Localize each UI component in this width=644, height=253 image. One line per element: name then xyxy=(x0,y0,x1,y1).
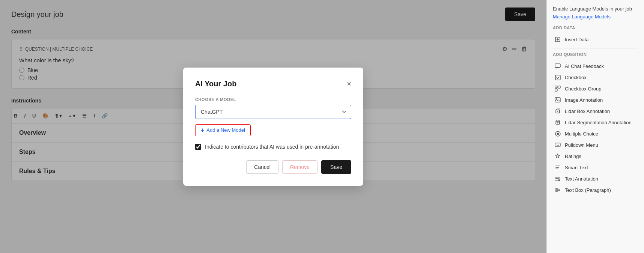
sidebar-item-lidar-box[interactable]: Lidar Box Annotation xyxy=(553,105,638,117)
insert-data-label: Insert Data xyxy=(565,37,589,42)
smart-text-icon xyxy=(554,164,561,171)
ai-indicator-checkbox[interactable] xyxy=(195,144,201,150)
svg-point-14 xyxy=(557,133,559,135)
text-annotation-icon xyxy=(554,175,561,182)
text-annotation-label: Text Annotation xyxy=(565,176,598,182)
checkbox-label: Checkbox xyxy=(565,75,587,80)
modal-title: AI Your Job xyxy=(195,80,236,88)
right-sidebar: Enable Language Models in your job Manag… xyxy=(546,0,644,253)
cancel-button[interactable]: Cancel xyxy=(246,160,278,174)
text-box-icon xyxy=(554,187,561,193)
svg-rect-3 xyxy=(555,64,560,68)
ratings-icon xyxy=(554,153,561,160)
text-box-label: Text Box (Paragraph) xyxy=(565,187,611,193)
checkbox-group-icon xyxy=(554,85,561,92)
model-select[interactable]: ChatGPT GPT-4 Claude xyxy=(195,105,351,119)
chat-icon xyxy=(554,63,561,69)
ai-indicator-row: Indicate to contributors that AI was use… xyxy=(195,144,351,150)
pulldown-icon xyxy=(554,142,561,148)
svg-rect-16 xyxy=(558,179,560,181)
ai-chat-feedback-label: AI Chat Feedback xyxy=(565,63,604,69)
add-model-button[interactable]: + Add a New Model xyxy=(195,124,251,136)
checkbox-icon xyxy=(554,74,561,81)
insert-data-item[interactable]: Insert Data xyxy=(553,34,638,45)
sidebar-item-checkbox-group[interactable]: Checkbox Group xyxy=(553,83,638,94)
ratings-label: Ratings xyxy=(565,154,581,159)
insert-data-icon xyxy=(554,36,561,43)
add-data-title: ADD DATA xyxy=(553,26,638,30)
remove-button[interactable]: Remove xyxy=(282,160,317,174)
sidebar-item-lidar-segmentation[interactable]: Lidar Segmentation Annotation xyxy=(553,117,638,128)
lidar-box-icon xyxy=(554,108,561,114)
svg-point-11 xyxy=(557,111,558,112)
sidebar-top-text: Enable Language Models in your job xyxy=(553,6,638,12)
sidebar-item-multiple-choice[interactable]: Multiple Choice xyxy=(553,128,638,139)
sidebar-item-ratings[interactable]: Ratings xyxy=(553,151,638,162)
sidebar-item-image-annotation[interactable]: Image Annotation xyxy=(553,94,638,105)
multiple-choice-label: Multiple Choice xyxy=(565,131,598,137)
sidebar-item-checkbox[interactable]: Checkbox xyxy=(553,72,638,83)
image-annotation-label: Image Annotation xyxy=(565,97,603,103)
svg-rect-7 xyxy=(555,89,557,91)
modal-close-button[interactable]: × xyxy=(347,80,351,87)
ai-job-modal: AI Your Job × CHOOSE A MODEL ChatGPT GPT… xyxy=(183,68,363,186)
ai-indicator-label: Indicate to contributors that AI was use… xyxy=(205,144,339,150)
smart-text-label: Smart Text xyxy=(565,165,588,170)
sidebar-divider xyxy=(553,48,638,48)
manage-language-models-link[interactable]: Manage Language Models xyxy=(553,14,638,20)
add-question-title: ADD QUESTION xyxy=(553,52,638,57)
sidebar-item-smart-text[interactable]: Smart Text xyxy=(553,162,638,173)
svg-rect-6 xyxy=(558,86,560,88)
model-field-label: CHOOSE A MODEL xyxy=(195,97,351,102)
svg-rect-8 xyxy=(555,98,560,102)
sidebar-item-pulldown[interactable]: Pulldown Menu xyxy=(553,139,638,151)
image-annotation-icon xyxy=(554,96,561,103)
modal-header: AI Your Job × xyxy=(195,80,351,88)
lidar-segmentation-label: Lidar Segmentation Annotation xyxy=(565,120,632,125)
multiple-choice-icon xyxy=(554,130,561,137)
sidebar-item-text-annotation[interactable]: Text Annotation xyxy=(553,173,638,184)
lidar-box-label: Lidar Box Annotation xyxy=(565,108,610,114)
checkbox-group-label: Checkbox Group xyxy=(565,86,602,92)
modal-save-button[interactable]: Save xyxy=(321,160,351,174)
svg-rect-4 xyxy=(555,75,560,80)
modal-overlay: AI Your Job × CHOOSE A MODEL ChatGPT GPT… xyxy=(0,0,546,253)
pulldown-label: Pulldown Menu xyxy=(565,142,598,148)
plus-icon: + xyxy=(201,127,204,134)
sidebar-item-text-box[interactable]: Text Box (Paragraph) xyxy=(553,184,638,196)
modal-footer: Cancel Remove Save xyxy=(195,160,351,174)
lidar-segmentation-icon xyxy=(554,119,561,126)
sidebar-item-ai-chat-feedback[interactable]: AI Chat Feedback xyxy=(553,60,638,72)
